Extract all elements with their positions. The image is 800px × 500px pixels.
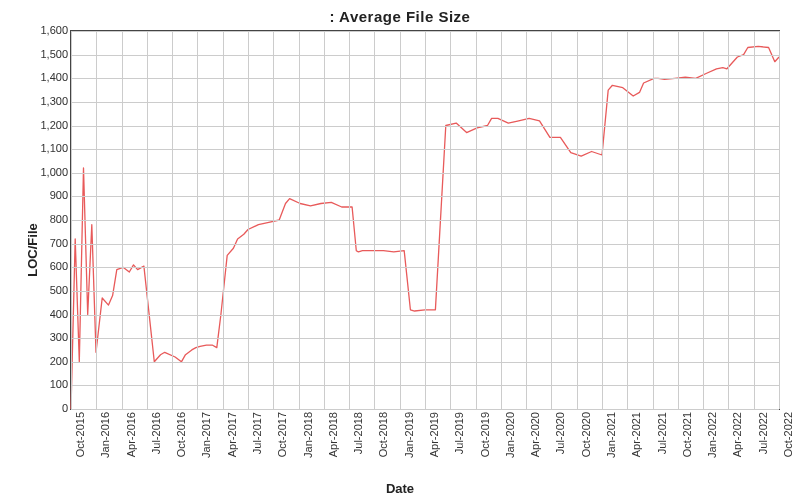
gridline-v [602,31,603,409]
chart-container: : Average File Size LOC/File Date 010020… [0,0,800,500]
gridline-v [678,31,679,409]
x-tick-label: Jul-2019 [453,412,465,454]
x-tick-label: Jan-2017 [200,412,212,458]
gridline-v [349,31,350,409]
y-tick-label: 600 [8,260,68,272]
y-tick-label: 900 [8,189,68,201]
chart-title: : Average File Size [0,8,800,25]
gridline-h [71,409,779,410]
avg-file-size-line-2 [654,46,779,79]
x-tick-label: Jan-2020 [504,412,516,458]
gridline-v [71,31,72,409]
gridline-v [476,31,477,409]
x-tick-label: Jul-2017 [251,412,263,454]
gridline-v [172,31,173,409]
x-tick-label: Jan-2018 [302,412,314,458]
x-tick-label: Oct-2017 [276,412,288,457]
x-tick-label: Oct-2019 [479,412,491,457]
gridline-v [425,31,426,409]
gridline-v [501,31,502,409]
gridline-v [96,31,97,409]
y-tick-label: 500 [8,284,68,296]
x-tick-label: Apr-2018 [327,412,339,457]
gridline-v [627,31,628,409]
x-tick-label: Apr-2020 [529,412,541,457]
y-tick-label: 1,300 [8,95,68,107]
x-tick-label: Jul-2016 [150,412,162,454]
y-tick-label: 1,200 [8,119,68,131]
gridline-v [273,31,274,409]
gridline-v [122,31,123,409]
y-tick-label: 0 [8,402,68,414]
x-tick-label: Oct-2015 [74,412,86,457]
x-tick-label: Jan-2022 [706,412,718,458]
x-axis-label: Date [0,481,800,496]
gridline-v [653,31,654,409]
x-tick-label: Apr-2016 [125,412,137,457]
x-tick-label: Jul-2020 [554,412,566,454]
gridline-v [577,31,578,409]
y-tick-label: 1,000 [8,166,68,178]
y-tick-label: 100 [8,378,68,390]
gridline-v [197,31,198,409]
gridline-v [450,31,451,409]
gridline-v [754,31,755,409]
x-tick-label: Oct-2018 [377,412,389,457]
gridline-v [147,31,148,409]
y-tick-label: 300 [8,331,68,343]
gridline-v [299,31,300,409]
gridline-v [551,31,552,409]
x-tick-label: Oct-2022 [782,412,794,457]
y-tick-label: 700 [8,237,68,249]
gridline-v [400,31,401,409]
y-tick-label: 1,600 [8,24,68,36]
gridline-v [728,31,729,409]
y-tick-label: 1,400 [8,71,68,83]
x-tick-label: Oct-2021 [681,412,693,457]
x-tick-label: Jul-2021 [656,412,668,454]
x-tick-label: Jul-2018 [352,412,364,454]
y-tick-label: 200 [8,355,68,367]
gridline-v [779,31,780,409]
plot-area [70,30,780,410]
gridline-v [223,31,224,409]
x-tick-label: Oct-2020 [580,412,592,457]
gridline-v [703,31,704,409]
x-tick-label: Apr-2017 [226,412,238,457]
x-tick-label: Apr-2019 [428,412,440,457]
x-tick-label: Jan-2021 [605,412,617,458]
x-tick-label: Jan-2019 [403,412,415,458]
gridline-v [324,31,325,409]
y-tick-label: 400 [8,308,68,320]
gridline-v [248,31,249,409]
x-tick-label: Jan-2016 [99,412,111,458]
y-tick-label: 1,500 [8,48,68,60]
y-tick-label: 800 [8,213,68,225]
gridline-v [526,31,527,409]
x-tick-label: Oct-2016 [175,412,187,457]
x-tick-label: Apr-2022 [731,412,743,457]
x-tick-label: Jul-2022 [757,412,769,454]
gridline-v [374,31,375,409]
y-tick-label: 1,100 [8,142,68,154]
x-tick-label: Apr-2021 [630,412,642,457]
